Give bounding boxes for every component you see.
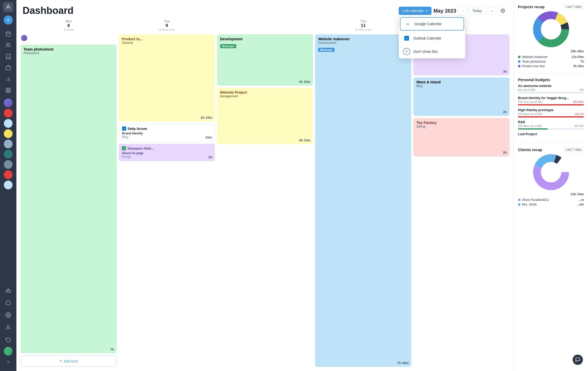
month-navigation: May 2023 ‹ Today › — [434, 7, 496, 15]
right-panel: Projects recap Last 7 days 29h 49m Websi… — [514, 0, 588, 371]
sidebar-item-briefcase[interactable] — [3, 63, 13, 73]
time-block-stampare[interactable]: S Stampare Obbi... About Us page Design … — [119, 144, 215, 161]
sidebar-item-calendar[interactable] — [3, 29, 13, 39]
google-calendar-icon: 31 — [404, 20, 411, 27]
time-block-toy-factory[interactable]: Toy Factory Debug 2h — [413, 118, 509, 157]
dont-show-icon: ✕ — [403, 48, 410, 55]
stampare-icon: S — [122, 146, 126, 150]
time-block-wave-island[interactable]: Wave & Island Blog 2h — [413, 77, 509, 116]
svg-text:S: S — [123, 148, 125, 149]
add-button[interactable]: + — [4, 15, 13, 25]
legend-dot-2 — [518, 60, 521, 63]
legend-value-1: 11h 05m — [572, 55, 584, 59]
clients-legend-value-2: ...4m — [577, 203, 584, 206]
sidebar-item-users[interactable] — [3, 40, 13, 50]
sidebar-item-box[interactable] — [3, 298, 13, 308]
time-block-development[interactable]: Development Mockups 3h 25m — [217, 34, 313, 86]
chat-icon — [575, 357, 580, 362]
budget-name: R&D — [518, 120, 584, 124]
budget-meta: 72h 31m out of 20h 362.58% — [518, 100, 584, 103]
block-sub: Debug — [416, 125, 506, 128]
block-duration: 7h — [110, 347, 114, 351]
legend-label-2: Team photoshoot — [522, 60, 580, 63]
avatar-2[interactable] — [4, 109, 13, 118]
budget-bar-bg — [518, 116, 584, 118]
block-title: Development — [220, 37, 310, 41]
outlook-small-icon: O — [122, 126, 126, 131]
product-block-container: ➤➤ Product to... General 5h 15m — [119, 34, 215, 122]
block-duration: 3h — [503, 70, 507, 73]
avatar-9[interactable] — [4, 181, 13, 189]
avatar-5[interactable] — [4, 140, 13, 148]
chat-button[interactable] — [573, 355, 583, 365]
budget-used: 35h 48m out of 80h — [518, 124, 542, 128]
clients-recap-period[interactable]: Last 7 days — [564, 147, 584, 152]
projects-recap-period[interactable]: Last 7 days — [564, 4, 584, 9]
link-calendar-button[interactable]: Link calendar ▼ — [399, 7, 431, 15]
sidebar-item-grid[interactable] — [3, 85, 13, 95]
calendar-settings-button[interactable] — [498, 6, 507, 15]
time-block-website-makeover[interactable]: Website makeover Development Mockups 7h … — [315, 34, 411, 367]
dropdown-item-dont-show[interactable]: ✕ Don't show this — [399, 45, 465, 58]
avatar-6[interactable] — [4, 150, 13, 159]
sidebar: + — [0, 0, 16, 371]
add-time-button[interactable]: + Add time — [21, 355, 117, 367]
avatar-8[interactable] — [4, 170, 13, 179]
calendar-area: Mon 8 7h of 8h Tue 9 7h 30m of 8h Thu 11… — [16, 18, 514, 371]
clients-legend-dot-1 — [518, 199, 521, 201]
stampare-project: About Us page — [122, 151, 212, 155]
sidebar-item-settings[interactable] — [3, 310, 13, 320]
svg-point-14 — [7, 314, 9, 316]
daily-scrum-header: O Daily Scrum — [122, 126, 212, 131]
sidebar-item-crown[interactable] — [3, 285, 13, 296]
sidebar-collapse-button[interactable] — [3, 357, 13, 367]
avatar-4[interactable] — [4, 129, 13, 138]
legend-dot-3 — [518, 65, 521, 67]
block-title: Toy Factory — [416, 121, 506, 125]
avatar-1[interactable] — [4, 99, 13, 107]
time-block-product-tour[interactable]: Product to... General 5h 15m — [119, 34, 215, 122]
legend-value-2: 7h — [580, 60, 584, 63]
time-block-website-project[interactable]: Website Project Management 4h 14m — [217, 88, 313, 144]
sidebar-item-book[interactable] — [3, 51, 13, 62]
day-num-mon: 8 — [22, 23, 116, 28]
budget-used: 67h 03m out of 50h — [518, 112, 542, 115]
block-sub: Development — [318, 41, 408, 45]
daily-scrum-client: Blog — [122, 135, 212, 139]
legend-label-3: Product tour test — [522, 64, 573, 68]
dropdown-item-google[interactable]: 31 Google Calendar — [400, 17, 464, 31]
sidebar-item-user[interactable] — [3, 322, 13, 333]
sidebar-item-history[interactable] — [3, 335, 13, 345]
projects-total: 29h 49m — [518, 49, 584, 53]
budget-name: High-fidelity prototype — [518, 108, 584, 112]
dropdown-item-outlook[interactable]: O Outlook Calendar — [399, 32, 465, 45]
avatar-bottom[interactable] — [4, 347, 13, 356]
personal-budgets-header: Personal budgets — [518, 77, 584, 82]
block-duration: 7h 40m — [397, 361, 409, 365]
clients-recap-header: Clients recap Last 7 days — [518, 147, 584, 152]
avatar-7[interactable] — [4, 160, 13, 169]
avatar-3[interactable] — [4, 119, 13, 128]
block-sub: Management — [220, 94, 310, 98]
stampare-title: Stampare Obbi... — [128, 147, 154, 150]
clients-legend-dot-2 — [518, 203, 521, 206]
clients-pie-chart — [533, 154, 569, 190]
svg-rect-13 — [9, 91, 10, 92]
avatar-row-mon — [21, 34, 117, 42]
time-block-team-photoshoot[interactable]: Team photoshoot Photoshoot 7h — [21, 45, 117, 353]
block-duration: 3h 25m — [299, 80, 311, 84]
projects-recap-title: Projects recap — [518, 5, 544, 9]
svg-rect-12 — [6, 91, 8, 92]
projects-recap-section: Projects recap Last 7 days 29h 49m Websi… — [518, 4, 584, 69]
budget-bar-fill — [518, 104, 584, 105]
sidebar-item-chart[interactable] — [3, 74, 13, 84]
next-month-button[interactable]: › — [488, 7, 496, 15]
budget-bar-bg — [518, 104, 584, 105]
day-hours-tue: 7h 30m of 8h — [120, 28, 214, 31]
legend-row-product-tour: Product tour test 5h 45m — [518, 64, 584, 68]
today-button[interactable]: Today — [469, 7, 486, 15]
avatar-mon-1[interactable] — [21, 34, 28, 42]
time-block-daily-scrum[interactable]: O Daily Scrum Brand Identity Blog 15m — [119, 124, 215, 142]
prev-month-button[interactable]: ‹ — [458, 7, 467, 15]
daily-scrum-title: Daily Scrum — [128, 127, 147, 131]
